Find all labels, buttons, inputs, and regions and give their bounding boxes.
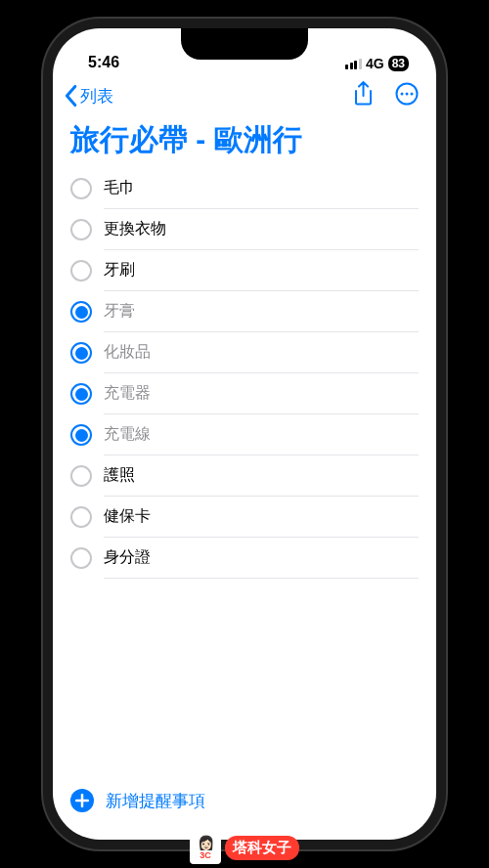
- add-reminder-label: 新增提醒事項: [106, 790, 205, 812]
- watermark-avatar: 👩🏻 3C: [190, 831, 221, 864]
- radio-toggle[interactable]: [70, 219, 92, 240]
- list-item[interactable]: 充電線: [70, 414, 419, 456]
- list-item[interactable]: 更換衣物: [70, 209, 419, 250]
- list-item-label: 健保卡: [104, 506, 151, 527]
- phone-screen: 5:46 4G 83 列表 旅行必帶 - 歐洲行 毛巾更換衣物牙: [53, 28, 436, 840]
- radio-toggle[interactable]: [70, 506, 92, 528]
- back-button[interactable]: 列表: [61, 84, 113, 108]
- radio-toggle[interactable]: [70, 342, 92, 364]
- list-item-content: 牙刷: [104, 250, 419, 291]
- plus-circle-icon: [70, 789, 94, 812]
- svg-point-2: [406, 93, 409, 96]
- status-time: 5:46: [88, 54, 119, 71]
- list-item-label: 身分證: [104, 547, 151, 568]
- signal-icon: [345, 58, 362, 69]
- list-item[interactable]: 充電器: [70, 373, 419, 414]
- list-item-label: 充電線: [104, 424, 151, 445]
- list-item-content: 健保卡: [104, 497, 419, 538]
- list-item-content: 護照: [104, 456, 419, 497]
- radio-toggle[interactable]: [70, 383, 92, 405]
- reminder-list[interactable]: 毛巾更換衣物牙刷牙膏化妝品充電器充電線護照健保卡身分證: [53, 168, 436, 775]
- list-item-label: 化妝品: [104, 342, 151, 363]
- list-item[interactable]: 牙膏: [70, 291, 419, 332]
- list-item-content: 化妝品: [104, 332, 419, 373]
- network-label: 4G: [366, 56, 384, 71]
- more-button[interactable]: [395, 82, 419, 109]
- list-item-content: 更換衣物: [104, 209, 419, 250]
- more-icon: [395, 82, 419, 106]
- list-item[interactable]: 牙刷: [70, 250, 419, 291]
- list-item[interactable]: 身分證: [70, 538, 419, 579]
- list-item[interactable]: 毛巾: [70, 168, 419, 209]
- radio-toggle[interactable]: [70, 547, 92, 569]
- list-item[interactable]: 護照: [70, 456, 419, 497]
- radio-toggle[interactable]: [70, 465, 92, 487]
- page-title: 旅行必帶 - 歐洲行: [53, 116, 436, 168]
- watermark-text: 塔科女子: [225, 836, 299, 860]
- list-item-label: 更換衣物: [104, 219, 166, 239]
- list-item-label: 充電器: [104, 383, 151, 404]
- list-item-content: 充電線: [104, 414, 419, 456]
- share-icon: [353, 81, 374, 107]
- list-item-content: 充電器: [104, 373, 419, 414]
- radio-toggle[interactable]: [70, 424, 92, 446]
- radio-toggle[interactable]: [70, 301, 92, 323]
- svg-point-3: [411, 93, 414, 96]
- list-item[interactable]: 健保卡: [70, 497, 419, 538]
- list-item-content: 毛巾: [104, 168, 419, 209]
- list-item-label: 毛巾: [104, 178, 135, 198]
- chevron-left-icon: [61, 84, 80, 108]
- list-item-content: 身分證: [104, 538, 419, 579]
- radio-toggle[interactable]: [70, 260, 92, 282]
- list-item-label: 牙膏: [104, 301, 135, 322]
- list-item-label: 牙刷: [104, 260, 135, 281]
- status-right: 4G 83: [345, 56, 409, 71]
- radio-toggle[interactable]: [70, 178, 92, 199]
- phone-notch: [181, 28, 308, 60]
- list-item-content: 牙膏: [104, 291, 419, 332]
- list-item-label: 護照: [104, 465, 135, 486]
- share-button[interactable]: [353, 81, 374, 110]
- battery-icon: 83: [388, 56, 409, 71]
- svg-point-1: [401, 93, 404, 96]
- nav-bar: 列表: [53, 75, 436, 116]
- back-label: 列表: [80, 85, 113, 108]
- list-item[interactable]: 化妝品: [70, 332, 419, 373]
- phone-frame: 5:46 4G 83 列表 旅行必帶 - 歐洲行 毛巾更換衣物牙: [43, 19, 446, 849]
- watermark: 👩🏻 3C 塔科女子: [190, 831, 299, 864]
